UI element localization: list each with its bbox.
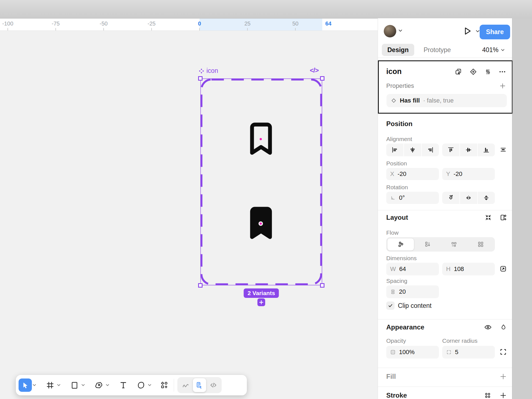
property-values: · false, true (423, 97, 454, 104)
pen-tool-button[interactable] (93, 379, 105, 392)
avatar-menu-chevron[interactable] (398, 29, 402, 32)
actions-tool-button[interactable] (158, 379, 170, 392)
resize-handle-nw[interactable] (198, 76, 203, 81)
appearance-heading: Appearance (386, 323, 424, 331)
ruler-tick: 25 (244, 21, 250, 27)
align-bottom-button[interactable] (478, 144, 495, 156)
component-set-name: icon (206, 67, 218, 75)
corner-radius-field[interactable]: 5 (442, 346, 495, 359)
opacity-field[interactable]: 100% (386, 346, 439, 359)
draw-mode-button[interactable] (179, 378, 192, 392)
add-property-icon[interactable] (499, 83, 506, 89)
user-avatar[interactable] (384, 25, 396, 37)
present-menu-chevron[interactable] (476, 30, 480, 32)
move-tool-menu-chevron[interactable] (32, 379, 37, 392)
pen-tool-menu-chevron[interactable] (105, 379, 110, 392)
add-variant-button[interactable] (257, 298, 265, 306)
more-options-icon[interactable] (499, 68, 506, 75)
spacing-field[interactable]: 20 (386, 285, 439, 298)
y-position-field[interactable]: Y -20 (442, 168, 495, 180)
shape-tool-menu-chevron[interactable] (81, 379, 86, 392)
align-top-button[interactable] (442, 144, 459, 156)
blend-droplet-icon[interactable] (500, 324, 507, 331)
present-play-button[interactable] (463, 26, 472, 36)
flow-grid-option[interactable] (467, 238, 494, 251)
flow-label: Flow (386, 229, 398, 236)
align-h-center-button[interactable] (404, 144, 421, 156)
tab-prototype[interactable]: Prototype (418, 44, 456, 56)
clip-content-checkbox[interactable] (386, 301, 395, 310)
instance-swap-icon[interactable] (454, 68, 462, 76)
resize-handle-ne[interactable] (320, 76, 324, 81)
text-tool-button[interactable] (117, 379, 129, 392)
share-button[interactable]: Share (480, 25, 510, 39)
y-value: -20 (454, 170, 462, 178)
rotation-label: Rotation (386, 184, 408, 191)
flow-freeform-option[interactable] (387, 238, 414, 251)
mode-switcher (177, 377, 222, 393)
resize-handle-sw[interactable] (198, 283, 203, 288)
w-label: W (390, 265, 396, 273)
spacing-value: 20 (399, 288, 406, 295)
property-has-fill-row[interactable]: Has fill · false, true (387, 94, 507, 107)
frame-tool-menu-chevron[interactable] (56, 379, 61, 392)
right-properties-panel: Share Design Prototype 401% icon (378, 18, 512, 399)
blob-tool-menu-chevron[interactable] (147, 379, 152, 392)
corner-radius-label: Corner radius (442, 337, 477, 344)
dimensions-label: Dimensions (386, 255, 417, 262)
flip-vertical-button[interactable] (478, 192, 495, 204)
resize-handle-se[interactable] (320, 283, 324, 288)
add-auto-layout-icon[interactable] (500, 214, 507, 221)
add-fill-icon[interactable] (500, 373, 507, 380)
align-left-button[interactable] (386, 144, 403, 156)
toolbar-divider (174, 379, 174, 392)
y-label: Y (446, 170, 450, 178)
shrink-to-fit-icon[interactable] (485, 214, 492, 221)
layout-heading: Layout (386, 214, 408, 221)
rotation-field[interactable]: 0° (386, 192, 439, 204)
stroke-styles-icon[interactable] (484, 392, 491, 399)
properties-label: Properties (386, 82, 414, 89)
ruler-tick-origin: 0 (198, 21, 201, 27)
gap-icon (390, 289, 396, 295)
tab-design[interactable]: Design (382, 44, 414, 56)
variants-count-badge[interactable]: 2 Variants (244, 288, 279, 298)
x-position-field[interactable]: X -20 (386, 168, 439, 180)
dev-resource-icon[interactable]: </> (310, 66, 319, 74)
rectangle-tool-button[interactable] (68, 379, 81, 392)
flip-horizontal-button[interactable] (460, 192, 477, 204)
component-set-frame[interactable] (200, 78, 322, 285)
measure-mode-button[interactable] (193, 378, 206, 392)
resize-to-fit-icon[interactable] (499, 265, 507, 273)
flow-horizontal-option[interactable] (441, 238, 467, 251)
shape-blob-tool-button[interactable] (135, 379, 147, 392)
ruler-tick: -100 (2, 21, 13, 27)
corner-radius-icon (446, 349, 452, 355)
transform-group (442, 192, 495, 204)
add-stroke-icon[interactable] (500, 392, 507, 399)
flow-segmented-control (386, 237, 495, 252)
independent-corners-icon[interactable] (499, 348, 507, 356)
align-v-center-button[interactable] (460, 144, 477, 156)
frame-tool-button[interactable] (44, 379, 56, 392)
dev-mode-button[interactable] (207, 378, 220, 392)
tidy-up-button[interactable] (499, 146, 507, 154)
flow-vertical-option[interactable] (414, 238, 441, 251)
horizontal-align-group (386, 144, 439, 156)
rotate-90-button[interactable] (442, 192, 459, 204)
component-props-sliders-icon[interactable] (484, 68, 492, 76)
height-field[interactable]: H 108 (442, 263, 495, 275)
zoom-level-control[interactable]: 401% (482, 46, 505, 54)
align-right-button[interactable] (422, 144, 439, 156)
rotation-value: 0° (399, 194, 405, 201)
component-set-label[interactable]: icon (198, 67, 218, 75)
width-field[interactable]: W 64 (386, 263, 439, 275)
component-diamond-plus-icon[interactable] (469, 68, 477, 76)
position-label: Position (386, 160, 407, 167)
component-title: icon (386, 67, 402, 76)
window-title-bar (0, 0, 532, 19)
move-tool-button[interactable] (19, 378, 32, 392)
visibility-eye-icon[interactable] (484, 323, 492, 331)
desktop-background-strip (512, 18, 532, 399)
opacity-label: Opacity (386, 337, 406, 344)
